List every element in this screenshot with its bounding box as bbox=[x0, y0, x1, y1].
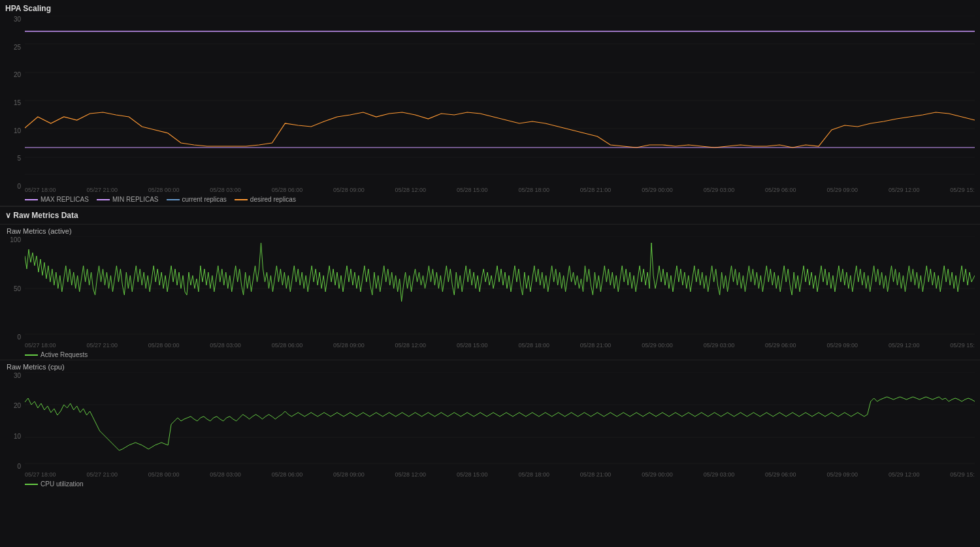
legend-current-replicas: current replicas bbox=[167, 196, 227, 203]
active-legend: Active Requests bbox=[25, 351, 975, 358]
raw-metrics-header[interactable]: ∨ Raw Metrics Data bbox=[0, 206, 980, 224]
legend-min-line bbox=[97, 199, 110, 200]
hpa-title: HPA Scaling bbox=[5, 4, 975, 13]
hpa-y-labels: 30 25 20 15 10 5 0 bbox=[5, 16, 24, 190]
cpu-chart-area bbox=[25, 372, 975, 470]
hpa-svg bbox=[25, 16, 975, 185]
legend-active-line bbox=[25, 354, 38, 356]
hpa-section: HPA Scaling 30 25 20 15 10 5 0 bbox=[0, 0, 980, 206]
active-chart-container: Raw Metrics (active) 100 50 0 05/27 18:0… bbox=[0, 225, 980, 360]
cpu-svg bbox=[25, 372, 975, 470]
hpa-legend: MAX REPLICAS MIN REPLICAS current replic… bbox=[25, 196, 975, 203]
legend-min-replicas: MIN REPLICAS bbox=[97, 196, 159, 203]
legend-active-requests: Active Requests bbox=[25, 351, 88, 358]
active-svg bbox=[25, 236, 975, 341]
cpu-legend-label: CPU utilization bbox=[41, 480, 84, 488]
cpu-chart-container: Raw Metrics (cpu) 30 20 10 0 05/27 18:00 bbox=[0, 360, 980, 489]
active-chart-title: Raw Metrics (active) bbox=[5, 227, 975, 235]
legend-cpu-line bbox=[25, 484, 38, 485]
legend-desired-line bbox=[235, 199, 248, 200]
legend-current-line bbox=[167, 199, 180, 200]
legend-cpu-utilization: CPU utilization bbox=[25, 480, 84, 488]
legend-max-replicas: MAX REPLICAS bbox=[25, 196, 89, 203]
cpu-y-labels: 30 20 10 0 bbox=[5, 372, 24, 470]
legend-desired-replicas: desired replicas bbox=[235, 196, 296, 203]
raw-metrics-title: ∨ Raw Metrics Data bbox=[5, 211, 78, 220]
cpu-chart-wrap: 30 20 10 0 05/27 18:00 05/27 21:00 05/28… bbox=[5, 372, 975, 488]
active-legend-label: Active Requests bbox=[41, 351, 88, 358]
cpu-chart-title: Raw Metrics (cpu) bbox=[5, 363, 975, 371]
cpu-x-labels: 05/27 18:00 05/27 21:00 05/28 00:00 05/2… bbox=[25, 471, 975, 478]
active-chart-area bbox=[25, 236, 975, 341]
active-x-labels: 05/27 18:00 05/27 21:00 05/28 00:00 05/2… bbox=[25, 342, 975, 349]
hpa-x-labels: 05/27 18:00 05/27 21:00 05/28 00:00 05/2… bbox=[25, 187, 975, 193]
cpu-legend: CPU utilization bbox=[25, 480, 975, 488]
hpa-chart-area bbox=[25, 16, 975, 185]
active-y-labels: 100 50 0 bbox=[5, 236, 24, 341]
hpa-chart-wrap: 30 25 20 15 10 5 0 bbox=[5, 16, 975, 203]
active-chart-wrap: 100 50 0 05/27 18:00 05/27 21:00 05/28 0… bbox=[5, 236, 975, 358]
legend-max-line bbox=[25, 199, 38, 200]
